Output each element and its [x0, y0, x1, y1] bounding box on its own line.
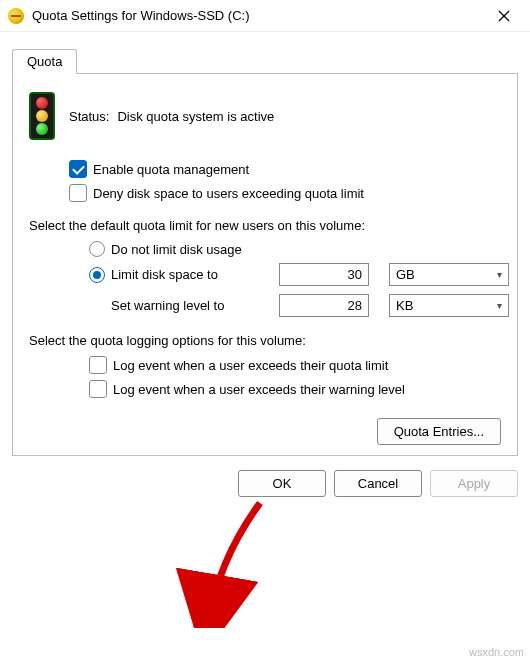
warning-value-input[interactable]: [279, 294, 369, 317]
log-exceed-limit-row[interactable]: Log event when a user exceeds their quot…: [89, 356, 501, 374]
limit-section-heading: Select the default quota limit for new u…: [29, 218, 501, 233]
status-text: Status: Disk quota system is active: [69, 109, 274, 124]
limit-radio[interactable]: [89, 267, 105, 283]
quota-panel: Status: Disk quota system is active Enab…: [12, 73, 518, 456]
ok-button[interactable]: OK: [238, 470, 326, 497]
traffic-yellow-icon: [36, 110, 48, 122]
deny-space-row[interactable]: Deny disk space to users exceeding quota…: [69, 184, 501, 202]
tab-strip: Quota: [0, 32, 530, 73]
cancel-button[interactable]: Cancel: [334, 470, 422, 497]
warning-unit-value: KB: [396, 298, 413, 313]
tab-quota[interactable]: Quota: [12, 49, 77, 74]
deny-space-checkbox[interactable]: [69, 184, 87, 202]
enable-quota-row[interactable]: Enable quota management: [69, 160, 501, 178]
limit-row[interactable]: Limit disk space to: [89, 267, 269, 283]
log-exceed-warning-row[interactable]: Log event when a user exceeds their warn…: [89, 380, 501, 398]
log-exceed-warning-checkbox[interactable]: [89, 380, 107, 398]
enable-quota-checkbox[interactable]: [69, 160, 87, 178]
dialog-footer: OK Cancel Apply: [0, 456, 530, 497]
close-button[interactable]: [482, 0, 526, 32]
disk-coin-icon: [8, 8, 24, 24]
no-limit-radio[interactable]: [89, 241, 105, 257]
traffic-light-icon: [29, 92, 55, 140]
status-value: Disk quota system is active: [117, 109, 274, 124]
window-title: Quota Settings for Windows-SSD (C:): [32, 8, 482, 23]
warning-label: Set warning level to: [89, 298, 269, 313]
limit-label: Limit disk space to: [111, 267, 218, 282]
logging-section-heading: Select the quota logging options for thi…: [29, 333, 501, 348]
entries-row: Quota Entries...: [29, 418, 501, 445]
chevron-down-icon: ▾: [497, 269, 502, 280]
enable-quota-label: Enable quota management: [93, 162, 249, 177]
limit-unit-select[interactable]: GB ▾: [389, 263, 509, 286]
annotation-arrow-icon: [150, 498, 270, 628]
log-exceed-limit-label: Log event when a user exceeds their quot…: [113, 358, 388, 373]
limit-unit-value: GB: [396, 267, 415, 282]
chevron-down-icon: ▾: [497, 300, 502, 311]
no-limit-label: Do not limit disk usage: [111, 242, 242, 257]
log-exceed-warning-label: Log event when a user exceeds their warn…: [113, 382, 405, 397]
traffic-green-icon: [36, 123, 48, 135]
quota-entries-button[interactable]: Quota Entries...: [377, 418, 501, 445]
no-limit-row[interactable]: Do not limit disk usage: [89, 241, 501, 257]
status-label: Status:: [69, 109, 109, 124]
log-exceed-limit-checkbox[interactable]: [89, 356, 107, 374]
warning-unit-select[interactable]: KB ▾: [389, 294, 509, 317]
titlebar: Quota Settings for Windows-SSD (C:): [0, 0, 530, 32]
traffic-red-icon: [36, 97, 48, 109]
close-icon: [498, 10, 510, 22]
deny-space-label: Deny disk space to users exceeding quota…: [93, 186, 364, 201]
status-row: Status: Disk quota system is active: [29, 92, 501, 140]
watermark-text: wsxdn.com: [469, 646, 524, 658]
limit-grid: Limit disk space to GB ▾ Set warning lev…: [89, 263, 501, 317]
apply-button: Apply: [430, 470, 518, 497]
tab-quota-label: Quota: [27, 54, 62, 69]
limit-value-input[interactable]: [279, 263, 369, 286]
